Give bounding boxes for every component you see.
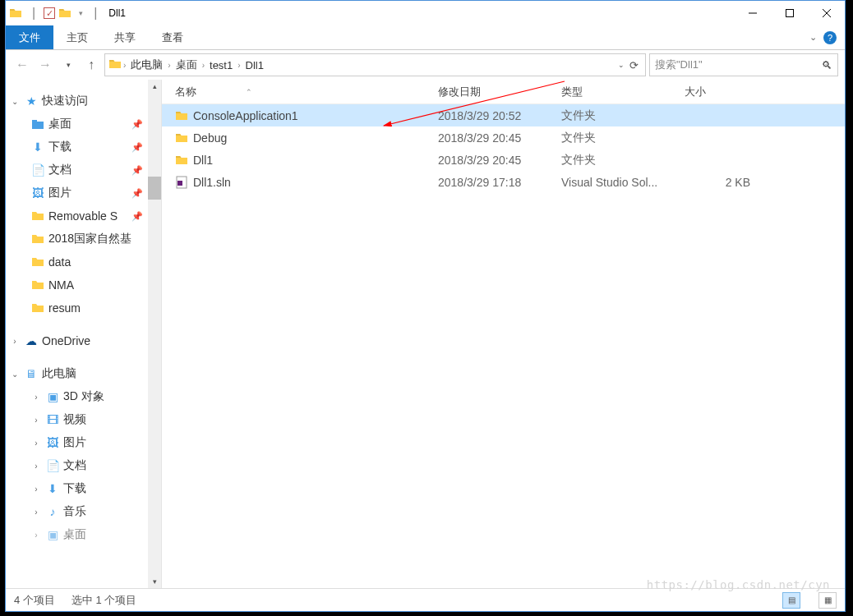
sidebar-item[interactable]: data <box>6 251 161 274</box>
sidebar-item-this-pc[interactable]: ⌄ 🖥 此电脑 <box>6 362 161 385</box>
column-header-date[interactable]: 修改日期 <box>438 85 561 99</box>
tab-file[interactable]: 文件 <box>6 25 53 49</box>
sidebar-item[interactable]: NMA <box>6 274 161 297</box>
recent-dropdown[interactable]: ▾ <box>58 55 78 75</box>
chevron-right-icon[interactable]: › <box>30 531 42 540</box>
tab-share[interactable]: 共享 <box>101 25 149 49</box>
sidebar-item[interactable]: ›▣桌面 <box>6 523 161 546</box>
download-icon: ⬇ <box>30 140 45 154</box>
ribbon-tabs: 文件 主页 共享 查看 ⌄ ? <box>6 25 845 50</box>
chevron-right-icon[interactable]: › <box>166 61 172 70</box>
chevron-right-icon[interactable]: › <box>30 393 42 402</box>
close-button[interactable] <box>808 1 845 25</box>
address-dropdown-icon[interactable]: ⌄ <box>618 61 625 69</box>
maximize-button[interactable] <box>771 1 808 25</box>
chevron-right-icon[interactable]: › <box>236 61 242 70</box>
tab-view[interactable]: 查看 <box>149 25 196 49</box>
table-row[interactable]: Debug 2018/3/29 20:45 文件夹 <box>162 126 845 149</box>
view-details-button[interactable]: ▤ <box>782 592 800 609</box>
chevron-right-icon[interactable]: › <box>122 61 127 70</box>
scroll-down-icon[interactable]: ▾ <box>148 575 161 588</box>
chevron-down-icon[interactable]: ⌄ <box>809 32 817 43</box>
qat-dropdown-icon[interactable]: ▾ <box>76 9 85 17</box>
column-header-size[interactable]: 大小 <box>685 85 767 99</box>
sidebar-item[interactable]: ›▣3D 对象 <box>6 385 161 408</box>
chevron-right-icon[interactable]: › <box>30 416 42 425</box>
table-row[interactable]: Dll1 2018/3/29 20:45 文件夹 <box>162 149 845 171</box>
chevron-down-icon[interactable]: ⌄ <box>9 97 21 106</box>
status-selected: 选中 1 个项目 <box>71 593 136 608</box>
column-header-name[interactable]: 名称⌃ <box>175 85 438 99</box>
sidebar-item[interactable]: 2018国家自然基 <box>6 228 161 251</box>
chevron-right-icon[interactable]: › <box>201 61 206 70</box>
pin-icon: 📌 <box>131 142 143 153</box>
forward-button[interactable]: → <box>35 55 55 75</box>
chevron-down-icon[interactable]: ⌄ <box>9 370 21 379</box>
sidebar-item-onedrive[interactable]: › ☁ OneDrive <box>6 329 161 352</box>
tab-home[interactable]: 主页 <box>53 25 101 49</box>
search-icon[interactable]: 🔍︎ <box>822 59 832 71</box>
folder-icon: ▣ <box>45 527 60 542</box>
chevron-right-icon[interactable]: › <box>30 485 42 494</box>
svg-rect-4 <box>32 122 44 129</box>
navigation-pane: ⌄ ★ 快速访问 桌面📌 ⬇下载📌 📄文档📌 🖼图片📌 Removable S📌… <box>6 80 162 588</box>
address-bar[interactable]: › 此电脑 › 桌面 › test1 › Dll1 ⌄ ⟳ <box>104 53 646 76</box>
scrollbar[interactable]: ▴ ▾ <box>148 80 161 588</box>
sidebar-item[interactable]: 桌面📌 <box>6 113 161 136</box>
sidebar-item-label: 桌面 <box>48 117 71 131</box>
sidebar-item[interactable]: Removable S📌 <box>6 205 161 228</box>
sidebar-item-label: 此电脑 <box>42 366 76 381</box>
chevron-right-icon[interactable]: › <box>9 337 21 346</box>
help-icon[interactable]: ? <box>823 31 837 44</box>
qat-checkbox[interactable]: ✓ <box>44 7 55 19</box>
search-input[interactable]: 搜索"Dll1" 🔍︎ <box>649 53 838 76</box>
chevron-right-icon[interactable]: › <box>30 508 42 517</box>
folder-icon <box>58 6 73 21</box>
table-row[interactable]: ConsoleApplication1 2018/3/29 20:52 文件夹 <box>162 104 845 126</box>
breadcrumb[interactable]: test1 <box>206 59 236 71</box>
folder-icon <box>30 301 45 315</box>
folder-icon <box>175 154 193 167</box>
sidebar-item[interactable]: ›📄文档 <box>6 454 161 477</box>
sidebar-item-label: 3D 对象 <box>63 389 104 404</box>
folder-icon <box>175 109 193 122</box>
sidebar-item[interactable]: ›♪音乐 <box>6 500 161 523</box>
sidebar-item[interactable]: ⬇下载📌 <box>6 136 161 159</box>
view-large-button[interactable]: ▦ <box>818 592 837 609</box>
sln-icon <box>175 176 193 189</box>
back-button[interactable]: ← <box>12 55 32 75</box>
sidebar-item[interactable]: ›🖼图片 <box>6 431 161 454</box>
chevron-right-icon[interactable]: › <box>30 462 42 471</box>
sidebar-item-label: OneDrive <box>42 334 90 347</box>
sidebar-item[interactable]: 📄文档📌 <box>6 159 161 182</box>
refresh-icon[interactable]: ⟳ <box>629 59 639 71</box>
quick-access-toolbar: | ✓ ▾ | Dll1 <box>6 6 129 21</box>
picture-icon: 🖼 <box>30 186 45 200</box>
file-name: Dll1 <box>193 154 438 167</box>
main-area: ⌄ ★ 快速访问 桌面📌 ⬇下载📌 📄文档📌 🖼图片📌 Removable S📌… <box>6 80 845 588</box>
sidebar-item-label: data <box>48 255 71 269</box>
sidebar-item[interactable]: ›⬇下载 <box>6 477 161 500</box>
file-size: 2 KB <box>685 176 750 189</box>
breadcrumb[interactable]: Dll1 <box>242 59 267 71</box>
minimize-button[interactable] <box>734 1 771 25</box>
sidebar-item-label: 视频 <box>63 412 86 427</box>
breadcrumb[interactable]: 桌面 <box>173 57 201 72</box>
sidebar-item-label: 文档 <box>63 458 86 473</box>
up-button[interactable]: ↑ <box>81 55 101 75</box>
3d-icon: ▣ <box>45 389 60 404</box>
search-placeholder: 搜索"Dll1" <box>655 57 703 72</box>
sidebar-item-label: 下载 <box>48 140 71 154</box>
column-header-type[interactable]: 类型 <box>561 85 685 99</box>
scroll-up-icon[interactable]: ▴ <box>148 80 161 93</box>
table-row[interactable]: Dll1.sln 2018/3/29 17:18 Visual Studio S… <box>162 171 845 193</box>
sidebar-item-quick-access[interactable]: ⌄ ★ 快速访问 <box>6 90 161 113</box>
scrollbar-thumb[interactable] <box>148 177 161 200</box>
sidebar-item[interactable]: 🖼图片📌 <box>6 182 161 205</box>
file-type: Visual Studio Sol... <box>561 176 685 189</box>
breadcrumb[interactable]: 此电脑 <box>127 57 166 72</box>
pin-icon: 📌 <box>131 211 143 222</box>
sidebar-item[interactable]: ›🎞视频 <box>6 408 161 431</box>
sidebar-item[interactable]: resum <box>6 297 161 319</box>
chevron-right-icon[interactable]: › <box>30 439 42 448</box>
